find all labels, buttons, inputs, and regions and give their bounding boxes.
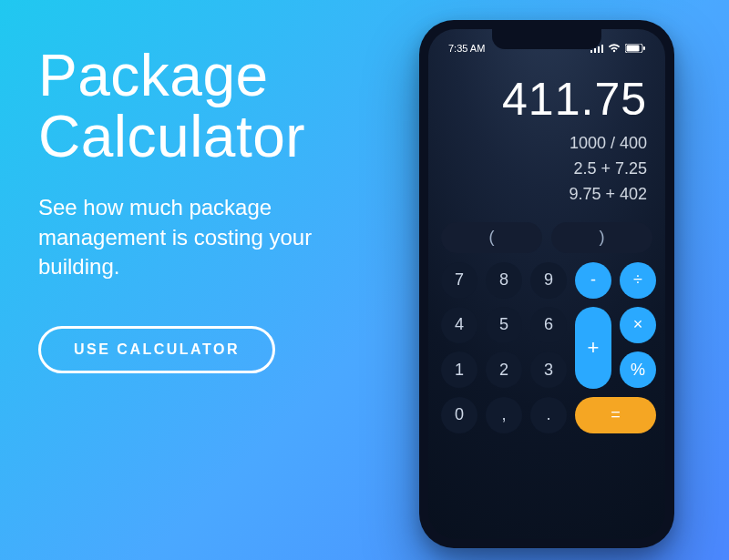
key-5[interactable]: 5 bbox=[486, 307, 522, 343]
svg-rect-2 bbox=[598, 46, 600, 53]
wifi-icon bbox=[608, 44, 621, 53]
calc-history-3: 9.75 + 402 bbox=[441, 182, 647, 208]
paren-open-button[interactable]: ( bbox=[441, 222, 542, 253]
key-minus[interactable]: - bbox=[575, 262, 611, 299]
key-4[interactable]: 4 bbox=[441, 307, 477, 343]
key-comma[interactable]: , bbox=[486, 397, 522, 433]
key-equals[interactable]: = bbox=[575, 397, 656, 433]
battery-icon bbox=[625, 44, 645, 53]
keypad: 7 8 9 - ÷ 4 5 6 + × 1 2 3 % 0 , . = bbox=[441, 262, 652, 433]
promo-banner: Package Calculator See how much package … bbox=[0, 0, 729, 560]
phone-notch bbox=[492, 29, 601, 49]
subheadline: See how much package management is costi… bbox=[38, 193, 357, 281]
calc-result: 411.75 bbox=[441, 73, 647, 126]
key-6[interactable]: 6 bbox=[530, 307, 567, 343]
status-right bbox=[590, 44, 645, 53]
key-dot[interactable]: . bbox=[530, 397, 567, 433]
key-7[interactable]: 7 bbox=[441, 262, 477, 299]
use-calculator-button[interactable]: USE CALCULATOR bbox=[38, 326, 275, 373]
key-multiply[interactable]: × bbox=[620, 307, 656, 343]
svg-rect-0 bbox=[590, 50, 592, 53]
key-3[interactable]: 3 bbox=[530, 351, 567, 388]
paren-close-button[interactable]: ) bbox=[551, 222, 652, 253]
key-plus[interactable]: + bbox=[575, 307, 611, 389]
phone-screen: 7:35 AM 411.75 1000 / 400 2.5 + 7.25 bbox=[428, 29, 665, 539]
headline: Package Calculator bbox=[38, 46, 385, 168]
headline-line-1: Package bbox=[38, 43, 269, 108]
key-2[interactable]: 2 bbox=[486, 351, 522, 388]
key-divide[interactable]: ÷ bbox=[620, 262, 656, 299]
headline-line-2: Calculator bbox=[38, 104, 305, 169]
calc-history-1: 1000 / 400 bbox=[441, 131, 647, 157]
calc-history-2: 2.5 + 7.25 bbox=[441, 157, 647, 182]
key-1[interactable]: 1 bbox=[441, 351, 477, 388]
copy-block: Package Calculator See how much package … bbox=[38, 46, 385, 373]
paren-row: ( ) bbox=[441, 222, 652, 253]
svg-rect-5 bbox=[627, 46, 640, 52]
svg-rect-1 bbox=[594, 48, 596, 53]
status-time: 7:35 AM bbox=[448, 43, 485, 54]
key-percent[interactable]: % bbox=[620, 351, 656, 388]
svg-rect-6 bbox=[643, 46, 645, 50]
key-8[interactable]: 8 bbox=[486, 262, 522, 299]
svg-rect-3 bbox=[601, 45, 603, 53]
key-0[interactable]: 0 bbox=[441, 397, 477, 433]
phone-mockup: 7:35 AM 411.75 1000 / 400 2.5 + 7.25 bbox=[419, 20, 674, 548]
key-9[interactable]: 9 bbox=[530, 262, 567, 299]
calc-display: 411.75 1000 / 400 2.5 + 7.25 9.75 + 402 bbox=[441, 56, 652, 215]
